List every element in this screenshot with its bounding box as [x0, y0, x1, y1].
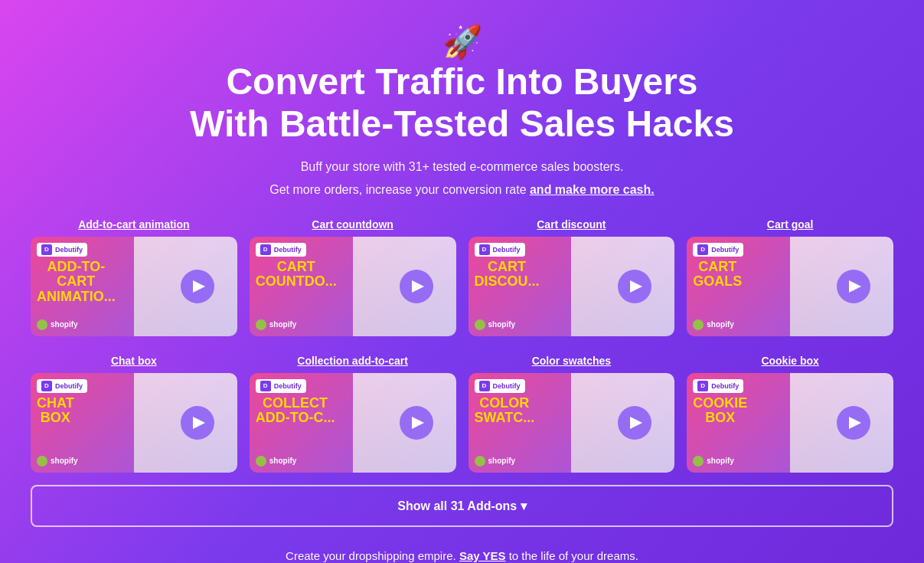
shopify-badge-6: shopify: [256, 456, 297, 466]
card-cart-goal: Cart goal D Debutify CART GOALS shopify: [687, 218, 893, 336]
card-text-cart-countdown: CART COUNTDO...: [256, 260, 337, 290]
debutify-badge-8: D Debutify: [693, 379, 743, 393]
play-button-8[interactable]: [837, 406, 870, 440]
card-text-chat-box: CHAT BOX: [37, 396, 74, 427]
card-cart-countdown: Cart countdown D Debutify CART COUNTDO..…: [250, 218, 456, 336]
card-title-add-to-cart[interactable]: Add-to-cart animation: [78, 218, 189, 231]
card-color-swatches: Color swatches D Debutify COLOR SWATC...…: [469, 355, 675, 473]
card-title-color-swatches[interactable]: Color swatches: [532, 355, 611, 367]
cards-grid-row2: Chat box D Debutify CHAT BOX shopify: [31, 355, 893, 473]
card-text-add-to-cart: ADD-TO- CART ANIMATIO...: [37, 260, 116, 305]
card-thumb-cart-discount[interactable]: D Debutify CART DISCOU... shopify: [469, 237, 675, 336]
card-chat-box: Chat box D Debutify CHAT BOX shopify: [31, 355, 237, 473]
play-button-7[interactable]: [618, 406, 651, 440]
d-icon: D: [41, 244, 52, 255]
card-collection-add-to-cart: Collection add-to-cart D Debutify COLLEC…: [250, 355, 456, 473]
shopify-badge-5: shopify: [37, 456, 78, 466]
card-cookie-box: Cookie box D Debutify COOKIE BOX shopify: [687, 355, 893, 473]
shopify-badge-3: shopify: [475, 319, 516, 330]
debutify-badge-4: D Debutify: [693, 243, 743, 257]
footer-section: Create your dropshipping empire. Say YES…: [31, 545, 893, 563]
shopify-badge-7: shopify: [475, 456, 516, 466]
footer-line-1: Create your dropshipping empire. Say YES…: [31, 545, 893, 563]
play-button-2[interactable]: [400, 270, 433, 303]
debutify-badge-3: D Debutify: [475, 243, 525, 257]
card-thumb-color-swatches[interactable]: D Debutify COLOR SWATC... shopify: [469, 373, 675, 473]
play-button-3[interactable]: [618, 270, 651, 303]
play-button-6[interactable]: [400, 406, 433, 440]
card-thumb-cart-countdown[interactable]: D Debutify CART COUNTDO... shopify: [250, 237, 456, 336]
debutify-badge: D Debutify: [37, 243, 87, 257]
rocket-icon: 🚀: [31, 23, 893, 61]
debutify-badge-7: D Debutify: [475, 379, 525, 393]
hero-title: Convert Traffic Into Buyers With Battle-…: [31, 61, 893, 145]
debutify-badge-5: D Debutify: [37, 379, 87, 393]
card-cart-discount: Cart discount D Debutify CART DISCOU... …: [469, 218, 675, 336]
card-text-color-swatches: COLOR SWATC...: [475, 396, 535, 427]
card-title-cookie-box[interactable]: Cookie box: [761, 355, 818, 367]
card-add-to-cart-animation: Add-to-cart animation D Debutify ADD-TO-…: [31, 218, 237, 336]
show-all-button[interactable]: Show all 31 Add-ons ▾: [31, 485, 893, 527]
debutify-badge-2: D Debutify: [256, 243, 306, 257]
card-title-collection-add-to-cart[interactable]: Collection add-to-cart: [297, 355, 408, 367]
shopify-badge-4: shopify: [693, 319, 734, 330]
hero-section: 🚀 Convert Traffic Into Buyers With Battl…: [31, 23, 893, 200]
card-title-cart-discount[interactable]: Cart discount: [537, 218, 606, 231]
debutify-badge-6: D Debutify: [256, 379, 306, 393]
card-thumb-chat-box[interactable]: D Debutify CHAT BOX shopify: [31, 373, 237, 473]
shopify-badge: shopify: [37, 319, 78, 330]
play-button[interactable]: [181, 270, 214, 303]
card-text-collection-add-to-cart: COLLECT ADD-TO-C...: [256, 396, 335, 427]
shopify-icon: [37, 319, 47, 330]
card-thumb-collection-add-to-cart[interactable]: D Debutify COLLECT ADD-TO-C... shopify: [250, 373, 456, 473]
card-title-cart-countdown[interactable]: Cart countdown: [312, 218, 393, 231]
cards-grid-row1: Add-to-cart animation D Debutify ADD-TO-…: [31, 218, 893, 336]
card-text-cookie-box: COOKIE BOX: [693, 396, 747, 427]
card-thumb-add-to-cart[interactable]: D Debutify ADD-TO- CART ANIMATIO... shop…: [31, 237, 237, 336]
say-yes-link[interactable]: Say YES: [459, 549, 506, 562]
card-text-cart-discount: CART DISCOU...: [475, 260, 540, 290]
make-cash-link[interactable]: and make more cash.: [530, 183, 655, 196]
card-thumb-cart-goal[interactable]: D Debutify CART GOALS shopify: [687, 237, 893, 336]
hero-subtitle-2: Get more orders, increase your conversio…: [31, 180, 893, 200]
card-title-chat-box[interactable]: Chat box: [111, 355, 157, 367]
shopify-badge-8: shopify: [693, 456, 734, 466]
play-button-4[interactable]: [837, 270, 870, 303]
shopify-badge-2: shopify: [256, 319, 297, 330]
card-thumb-cookie-box[interactable]: D Debutify COOKIE BOX shopify: [687, 373, 893, 473]
hero-subtitle-1: Buff your store with 31+ tested e-commer…: [31, 157, 893, 177]
play-button-5[interactable]: [181, 406, 214, 440]
card-text-cart-goal: CART GOALS: [693, 260, 742, 290]
card-title-cart-goal[interactable]: Cart goal: [767, 218, 814, 231]
